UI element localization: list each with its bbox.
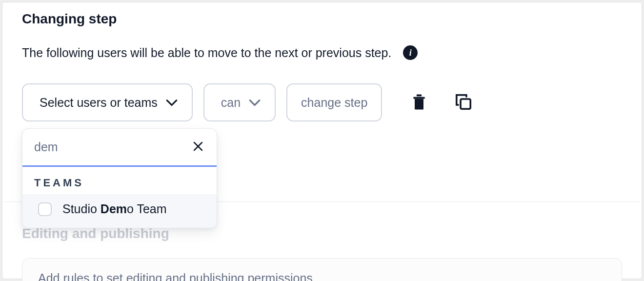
search-input[interactable] [34, 140, 188, 154]
copy-icon [454, 93, 473, 113]
changing-step-section: Changing step The following users will b… [2, 2, 642, 121]
users-teams-search-dropdown: TEAMS Studio Demo Team [22, 128, 217, 228]
clear-search-button[interactable] [188, 137, 208, 158]
team-option-label: Studio Demo Team [62, 202, 167, 216]
delete-rule-button[interactable] [407, 89, 431, 116]
section-title: Changing step [22, 11, 622, 27]
workflow-step-panel: Changing step The following users will b… [2, 2, 642, 279]
rules-placeholder-text: Add rules to set editing and publishing … [38, 271, 606, 281]
select-users-teams-dropdown[interactable]: Select users or teams [22, 83, 193, 121]
editing-publishing-section: Editing and publishing Add rules to set … [22, 226, 622, 281]
dropdown-group-label: TEAMS [22, 167, 217, 194]
description-row: The following users will be able to move… [22, 45, 622, 60]
action-label: change step [301, 96, 367, 110]
duplicate-rule-button[interactable] [450, 89, 477, 117]
rules-box: Add rules to set editing and publishing … [22, 258, 622, 281]
permission-verb-dropdown[interactable]: can [203, 83, 276, 121]
trash-icon [411, 93, 427, 112]
info-icon[interactable]: i [403, 45, 418, 60]
close-icon [192, 140, 204, 154]
action-chip: change step [286, 83, 382, 121]
svg-rect-0 [414, 97, 425, 99]
chevron-down-icon [248, 98, 261, 107]
svg-rect-2 [417, 94, 422, 96]
select-users-label: Select users or teams [40, 96, 158, 110]
search-input-row [22, 129, 217, 167]
svg-rect-1 [415, 99, 423, 109]
section-description: The following users will be able to move… [22, 46, 391, 60]
rule-controls-row: Select users or teams can change step [22, 83, 622, 121]
svg-rect-3 [461, 99, 470, 109]
chevron-down-icon [165, 98, 178, 107]
team-option-checkbox[interactable] [38, 202, 52, 216]
team-option[interactable]: Studio Demo Team [22, 194, 217, 228]
permission-verb-label: can [221, 96, 241, 110]
